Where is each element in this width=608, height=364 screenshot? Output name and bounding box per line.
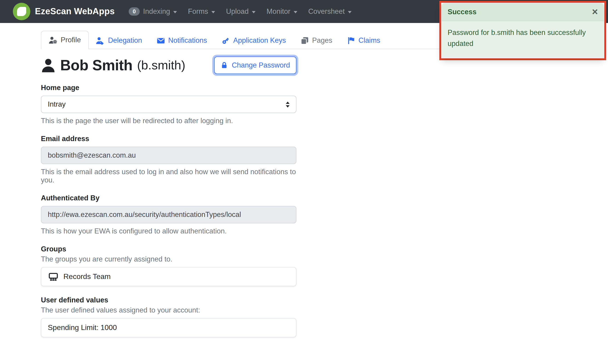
menu-item-forms[interactable]: Forms [182,4,220,19]
lock-icon [221,62,228,69]
menu-label: Monitor [267,7,290,16]
change-password-button[interactable]: Change Password [214,56,297,74]
change-password-label: Change Password [232,61,290,69]
chevron-down-icon [211,11,215,13]
indexing-count-badge: 0 [129,7,140,16]
brand-link[interactable]: EzeScan WebApps [13,3,115,20]
email-label: Email address [41,135,297,143]
tab-notifications[interactable]: Notifications [149,32,214,49]
user-identity: Bob Smith (b.smith) [41,57,185,74]
tab-delegation[interactable]: Delegation [89,32,149,49]
ezescan-logo-icon [13,3,30,20]
main-menu: 0 Indexing Forms Upload Monitor Covershe… [123,4,357,19]
tab-label: Profile [61,36,81,44]
home-page-section: Home page Intray This is the page the us… [41,84,297,125]
tab-label: Delegation [108,36,142,45]
tab-claims[interactable]: Claims [340,32,388,49]
email-field: bobsmith@ezescan.com.au [41,147,297,164]
brand-title: EzeScan WebApps [35,6,115,16]
people-group-icon [48,273,59,281]
groups-label: Groups [41,245,297,253]
success-toast: Success × Password for b.smith has been … [441,3,604,58]
chevron-down-icon [293,11,297,13]
menu-label: Indexing [143,7,170,16]
chevron-down-icon [252,11,256,13]
flag-icon [347,37,355,44]
authenticated-by-field: http://ewa.ezescan.com.au/security/authe… [41,206,297,223]
tab-label: Notifications [168,36,207,45]
toast-header: Success × [442,3,604,21]
udv-list-item: Spending Limit: 1000 [41,318,296,337]
menu-item-coversheet[interactable]: Coversheet [303,4,357,19]
home-page-help: This is the page the user will be redire… [41,117,297,125]
udv-help: The user defined values assigned to your… [41,306,297,314]
person-gear-icon [49,36,57,44]
groups-section: Groups The groups you are currently assi… [41,245,297,286]
home-page-selected-value: Intray [48,100,66,108]
key-icon [222,37,230,44]
close-icon[interactable]: × [592,7,598,17]
groups-help: The groups you are currently assigned to… [41,255,297,263]
authenticated-by-section: Authenticated By http://ewa.ezescan.com.… [41,194,297,235]
tab-profile[interactable]: Profile [41,31,89,49]
menu-label: Forms [188,7,208,16]
profile-header: Bob Smith (b.smith) Change Password [41,56,297,74]
groups-list: Records Team [41,267,297,286]
group-list-item: Records Team [41,268,296,286]
home-page-label: Home page [41,84,297,92]
select-arrows-icon [286,101,289,107]
menu-item-indexing[interactable]: 0 Indexing [123,4,182,19]
toast-title: Success [448,8,477,16]
email-help: This is the email address used to log in… [41,168,297,184]
person-tag-icon [96,37,105,44]
udv-value: Spending Limit: 1000 [48,324,117,332]
group-name: Records Team [64,273,111,281]
menu-label: Upload [226,7,249,16]
user-defined-values-section: User defined values The user defined val… [41,296,297,337]
chevron-down-icon [348,11,351,13]
authenticated-by-help: This is how your EWA is configured to al… [41,227,297,235]
envelope-icon [157,37,165,44]
tab-label: Pages [312,36,332,45]
chevron-down-icon [173,11,177,13]
tab-application-keys[interactable]: Application Keys [214,32,293,49]
udv-list: Spending Limit: 1000 [41,318,297,337]
udv-label: User defined values [41,296,297,304]
person-icon [41,58,56,73]
toast-message: Password for b.smith has been successful… [442,21,604,58]
app-window: EzeScan WebApps 0 Indexing Forms Upload … [0,0,608,364]
menu-item-monitor[interactable]: Monitor [261,4,303,19]
pages-copy-icon [300,37,309,44]
annotation-highlight-box: Success × Password for b.smith has been … [439,1,606,60]
user-login-name: (b.smith) [137,58,185,72]
user-full-name: Bob Smith [60,57,133,74]
tab-label: Claims [359,36,380,45]
authenticated-by-label: Authenticated By [41,194,297,202]
tab-label: Application Keys [233,36,286,45]
menu-item-upload[interactable]: Upload [220,4,261,19]
email-section: Email address bobsmith@ezescan.com.au Th… [41,135,297,184]
tab-pages[interactable]: Pages [293,32,340,49]
home-page-select[interactable]: Intray [41,96,297,113]
menu-label: Coversheet [308,7,345,16]
